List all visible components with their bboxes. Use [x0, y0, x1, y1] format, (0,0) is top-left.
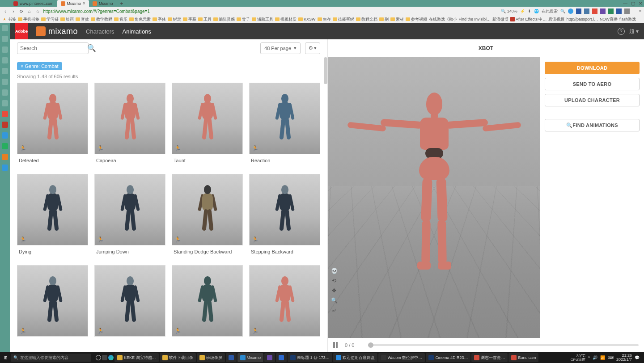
sidebar-icon[interactable]	[2, 68, 8, 74]
clock[interactable]: 21:262022/1/7	[616, 354, 632, 362]
animation-card[interactable]: Standing Dodge Backward	[172, 174, 243, 259]
animation-card[interactable]: Dying	[17, 174, 88, 259]
send-to-aero-button[interactable]: SEND TO AERO	[545, 78, 640, 90]
scrollbar[interactable]	[324, 57, 327, 84]
bookmark-item[interactable]: 新浪微博	[492, 17, 508, 22]
reload-icon[interactable]: ⟳	[19, 8, 24, 14]
search-input[interactable]: 🔍	[17, 42, 89, 54]
bookmark-item[interactable]: 骨子	[237, 17, 250, 22]
translate-icon[interactable]: 🌐	[534, 9, 539, 13]
ext-icon[interactable]	[592, 8, 597, 14]
ext-icon[interactable]	[576, 8, 581, 14]
browser-tab[interactable]: Mixamo	[89, 0, 117, 7]
card-thumbnail[interactable]	[94, 83, 165, 154]
taskbar-item[interactable]	[276, 353, 287, 362]
animation-card[interactable]	[17, 265, 88, 337]
animation-card[interactable]	[94, 265, 165, 337]
home-icon[interactable]: ⌂	[27, 8, 32, 14]
tray-icon[interactable]: ⌨	[608, 355, 614, 360]
bookmark-item[interactable]: 字幕	[183, 17, 196, 22]
bookmark-item[interactable]: 参考视频	[406, 17, 427, 22]
minimize-icon[interactable]: —	[623, 1, 627, 6]
bookmark-item[interactable]: 书签	[8, 17, 16, 22]
bookmark-item[interactable]: 生存	[318, 17, 331, 22]
taskbar-item[interactable]: 软件下载目录	[160, 353, 196, 362]
new-tab-button[interactable]: +	[116, 0, 127, 7]
flash-icon[interactable]: ⚡	[520, 9, 525, 13]
per-page-select[interactable]: 48 Per page▾	[260, 42, 301, 54]
animation-card[interactable]: Reaction	[249, 83, 320, 168]
sidebar-icon[interactable]	[2, 143, 8, 149]
sidebar-icon[interactable]	[2, 79, 8, 85]
taskbar-item[interactable]: KEKE 淘宝特越…	[114, 353, 159, 362]
browser-tab-active[interactable]: Mixamo×	[57, 0, 89, 7]
bookmark-item[interactable]: 绘画	[60, 17, 74, 22]
card-thumbnail[interactable]	[17, 265, 88, 337]
upload-character-button[interactable]: UPLOAD CHARACTER	[545, 94, 640, 106]
favorite-icon[interactable]: ☆	[35, 8, 40, 14]
help-icon[interactable]: ?	[618, 28, 625, 35]
skull-icon[interactable]: 💀	[330, 267, 338, 274]
taskbar-item[interactable]: Wacom 数位屏中…	[378, 353, 425, 362]
card-thumbnail[interactable]	[94, 174, 165, 245]
bookmark-item[interactable]: 字体	[153, 17, 166, 22]
user-menu[interactable]: 超 ▾	[629, 28, 639, 35]
mixamo-logo[interactable]: mixamo	[36, 26, 78, 36]
pause-button[interactable]	[333, 342, 339, 348]
sidebar-icon[interactable]	[2, 36, 8, 42]
download-icon[interactable]: ⬇	[528, 9, 531, 13]
taskview-icon[interactable]	[102, 355, 107, 360]
sidebar-icon[interactable]	[2, 111, 8, 117]
bookmark-item[interactable]: 素材	[390, 17, 404, 22]
taskbar-item[interactable]	[226, 353, 237, 362]
nav-animations[interactable]: Animations	[123, 28, 151, 35]
edge-icon[interactable]	[108, 355, 114, 360]
rotate-icon[interactable]: ⟲	[330, 277, 338, 284]
card-thumbnail[interactable]	[94, 265, 165, 337]
search-icon[interactable]: 🔍	[560, 9, 565, 13]
bookmark-item[interactable]: Find the Invisibl…	[459, 17, 491, 21]
results-grid-scroll[interactable]: DefeatedCapoeiraTauntReactionDyingJumpin…	[10, 83, 327, 352]
timeline-slider[interactable]	[368, 344, 639, 346]
tray-temp[interactable]: 39℃CPU温度	[571, 354, 585, 362]
taskbar-item[interactable]: Mixamo	[237, 353, 264, 362]
bookmark-item[interactable]: 教学教程	[91, 17, 112, 22]
download-button[interactable]: DOWNLOAD	[545, 62, 640, 74]
3d-viewport[interactable]: 💀 ⟲ ✥ 🔍 ⤾	[328, 57, 540, 338]
zoom-indicator[interactable]: 🔍 140%	[501, 9, 517, 13]
menu-icon[interactable]: ≡	[639, 9, 641, 13]
maximize-icon[interactable]: ▢	[631, 1, 635, 6]
tray-chevron-icon[interactable]: ^	[588, 355, 590, 360]
bookmark-item[interactable]: 教程文档	[356, 17, 377, 22]
bookmark-item[interactable]: After Effects 中…	[510, 17, 547, 22]
taskbar-item[interactable]: Bandicam	[508, 353, 538, 362]
more-icon[interactable]: ⋯	[632, 9, 636, 13]
sidebar-icon[interactable]	[2, 132, 8, 139]
animation-card[interactable]: Capoeira	[94, 83, 165, 168]
nav-characters[interactable]: Characters	[86, 28, 114, 35]
taskbar-item[interactable]	[264, 353, 275, 362]
back-icon[interactable]: ‹	[3, 8, 8, 14]
taskbar-item[interactable]: 渊志一首走…	[471, 353, 508, 362]
animation-card[interactable]: Defeated	[17, 83, 88, 168]
card-thumbnail[interactable]	[249, 174, 320, 245]
bookmark-item[interactable]: KXSW	[298, 17, 316, 21]
url-text[interactable]: https://www.mixamo.com/#/?genres=Combat&…	[43, 9, 150, 14]
bookmark-item[interactable]: 工具	[198, 17, 212, 22]
search-icon[interactable]: 🔍	[87, 44, 96, 52]
bookmark-item[interactable]: 音效	[76, 17, 89, 22]
close-icon[interactable]: ✕	[639, 1, 642, 6]
start-button[interactable]: ⊞	[2, 354, 10, 362]
find-animations-button[interactable]: 🔍 FIND ANIMATIONS	[545, 119, 640, 131]
taskbar-item[interactable]: 欢迎使用百度网盘	[333, 353, 377, 362]
bookmark-item[interactable]: 在线游戏《微小	[429, 17, 457, 22]
bookmark-item[interactable]: 绑定	[168, 17, 181, 22]
animation-card[interactable]: Jumping Down	[94, 174, 165, 259]
taskbar-search[interactable]: 🔍 在这里输入你要搜索的内容	[11, 354, 91, 362]
bookmark-star-icon[interactable]: ★	[3, 17, 6, 21]
bookmark-item[interactable]: 角色元素	[129, 17, 151, 22]
card-thumbnail[interactable]	[17, 174, 88, 245]
filter-tag[interactable]: × Genre: Combat	[17, 62, 62, 70]
card-thumbnail[interactable]	[249, 83, 320, 154]
sidebar-icon[interactable]	[2, 25, 8, 31]
